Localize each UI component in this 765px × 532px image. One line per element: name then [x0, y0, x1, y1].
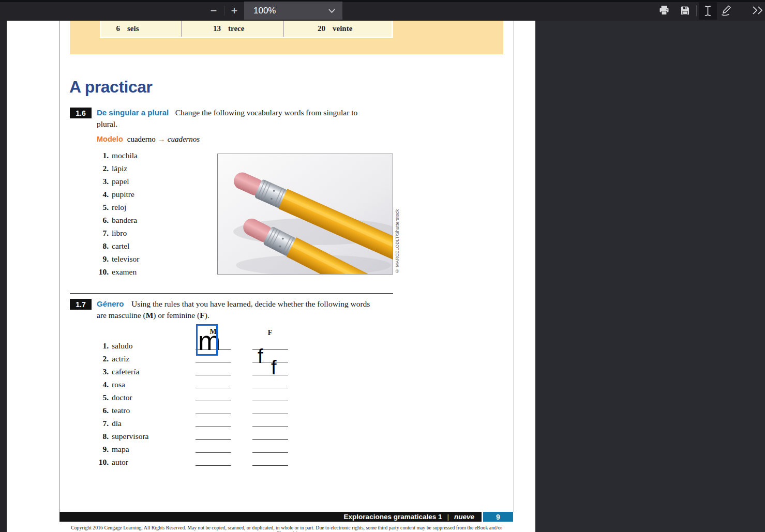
save-icon [680, 5, 691, 16]
annotation-selection-box[interactable] [196, 324, 218, 356]
item-number: 4. [94, 380, 109, 389]
answer-blank-f[interactable] [252, 452, 288, 453]
answer-blank-m[interactable] [196, 427, 231, 427]
item-word: saludo [112, 341, 132, 351]
answer-blank-f[interactable] [252, 401, 288, 401]
item-word: libro [112, 229, 127, 238]
zoom-level-dropdown[interactable]: 100% [244, 2, 342, 20]
printer-icon [658, 5, 670, 16]
answer-blank-m[interactable] [196, 465, 231, 466]
list-item: 6.teatro [94, 404, 301, 417]
numbers-table: 6 seis 13 trece 20 veinte [100, 21, 393, 38]
item-word: autor [112, 458, 128, 467]
item-number: 7. [94, 229, 109, 238]
page-right-rule [514, 21, 514, 512]
item-number: 5. [94, 393, 109, 402]
modelo-from: cuaderno [127, 135, 156, 143]
item-number: 1. [94, 151, 109, 160]
answer-blank-m[interactable] [196, 439, 231, 440]
instr-part: ). [205, 311, 209, 320]
item-word: día [112, 419, 122, 428]
item-word: cartel [112, 241, 129, 251]
copyright-notice: Copyright 2016 Cengage Learning. All Rig… [59, 525, 514, 532]
pen-tool-button[interactable] [719, 4, 733, 17]
exercise-instructions: Change the following vocabulary words fr… [175, 108, 358, 117]
page-footer-bar: Exploraciones gramaticales 1 | nueve [59, 512, 482, 522]
double-chevron-right-icon [752, 6, 764, 15]
answer-blank-f[interactable] [252, 375, 288, 375]
number-value: 13 [208, 24, 221, 33]
text-annotation-f[interactable]: f [258, 346, 263, 366]
text-annotation-f[interactable]: f [271, 358, 277, 377]
vocabulary-table-background: 6 seis 13 trece 20 veinte [70, 21, 503, 54]
photo-credit: © MARCELODLT/Shutterstock [394, 154, 400, 273]
footer-page-word: nueve [454, 513, 474, 521]
number-word: trece [228, 24, 244, 33]
item-word: bandera [112, 216, 137, 225]
instr-part: are masculine ( [97, 311, 146, 320]
page-left-rule [59, 21, 60, 512]
answer-blank-f[interactable] [252, 427, 288, 427]
expand-tools-button[interactable] [750, 4, 765, 17]
viewer-left-edge [0, 21, 7, 532]
item-word: examen [112, 267, 137, 277]
footer-divider: | [447, 513, 449, 521]
answer-blank-f[interactable] [252, 388, 288, 388]
list-item: 4.rosa [94, 378, 301, 391]
item-number: 7. [94, 419, 109, 428]
item-number: 1. [94, 341, 109, 351]
number-word: veinte [333, 24, 352, 33]
exercise-number-badge: 1.6 [70, 108, 92, 118]
item-number: 10. [94, 458, 109, 467]
list-item: 3.cafetería [94, 365, 301, 378]
table-cell: 13 trece [181, 21, 283, 37]
toolbar-divider [224, 6, 224, 16]
zoom-in-button[interactable]: + [227, 2, 242, 20]
answer-blank-f[interactable] [252, 439, 288, 440]
list-item: 7.día [94, 417, 301, 430]
answer-blank-f[interactable] [252, 465, 288, 466]
item-word: papel [112, 177, 129, 186]
answer-blank-m[interactable] [196, 452, 231, 453]
print-button[interactable] [657, 4, 671, 17]
zoom-out-button[interactable]: − [206, 2, 221, 20]
list-item: 9.mapa [94, 443, 301, 455]
item-word: supervisora [112, 432, 148, 441]
exercise-title: De singular a plural [97, 108, 169, 117]
list-item: 8.supervisora [94, 430, 301, 443]
item-number: 5. [94, 203, 109, 212]
answer-blank-m[interactable] [196, 414, 231, 414]
exercise-17-heading: Género Using the rules that you have lea… [97, 299, 370, 309]
item-number: 3. [94, 177, 109, 186]
answer-blank-m[interactable] [196, 362, 231, 362]
list-item: 5.doctor [94, 391, 301, 404]
answer-blank-m[interactable] [196, 401, 231, 401]
item-number: 8. [94, 241, 109, 251]
arrow-icon: → [158, 134, 166, 143]
item-number: 4. [94, 190, 109, 199]
pencils-photo [217, 154, 393, 275]
item-word: televisor [112, 254, 139, 264]
modelo-label: Modelo [97, 135, 123, 143]
pen-tool-icon [720, 4, 732, 17]
exercise-instructions: Using the rules that you have learned, d… [131, 299, 370, 308]
exercise-17-list: 1.saludo 2.actriz 3.cafetería 4.rosa 5.d… [94, 339, 301, 468]
zoom-level-value: 100% [253, 6, 276, 16]
instr-part: F [200, 311, 204, 320]
number-value: 6 [108, 24, 120, 33]
text-tool-button[interactable] [699, 2, 717, 20]
save-button[interactable] [678, 4, 692, 17]
viewer-background [535, 21, 765, 532]
page-number-badge: 9 [483, 512, 513, 522]
exercise-number-badge: 1.7 [70, 299, 92, 310]
exercise-16-heading: De singular a plural Change the followin… [97, 108, 357, 117]
number-value: 20 [313, 24, 325, 33]
item-number: 9. [94, 254, 109, 264]
answer-blank-m[interactable] [196, 375, 231, 375]
answer-blank-m[interactable] [196, 388, 231, 388]
text-tool-icon [704, 5, 712, 17]
answer-blank-f[interactable] [252, 414, 288, 414]
item-word: pupitre [112, 190, 134, 199]
table-cell: 6 seis [101, 21, 181, 37]
table-cell: 20 veinte [283, 21, 392, 37]
